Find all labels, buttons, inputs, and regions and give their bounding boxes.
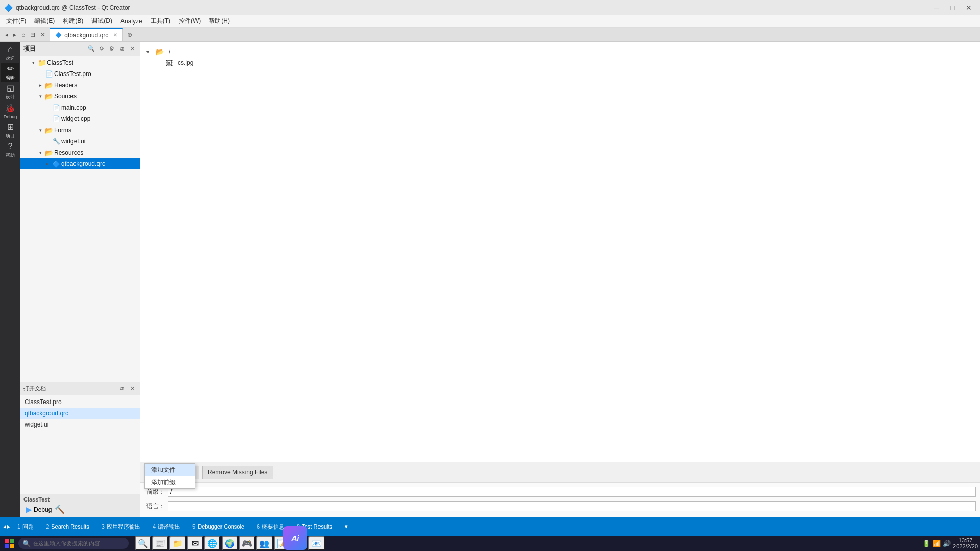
- taskbar-search-input[interactable]: [33, 540, 125, 546]
- tab-qtbackgroud[interactable]: 🔷 qtbackgroud.qrc ✕: [50, 28, 123, 41]
- add-tab-button[interactable]: ⊕: [125, 31, 134, 38]
- resource-toolbar: 添加文件 添加前缀 添加 ▾ 删除 Remove Missing Files: [140, 462, 980, 482]
- tab-close-x[interactable]: ✕: [113, 32, 117, 38]
- status-right-arrow[interactable]: ▸: [7, 523, 10, 530]
- panel-sync-button[interactable]: ⟳: [97, 44, 106, 54]
- menu-tools[interactable]: 工具(T): [146, 15, 175, 27]
- remove-missing-files-button[interactable]: Remove Missing Files: [202, 466, 273, 479]
- sidebar-help-button[interactable]: ? 帮助: [1, 141, 19, 159]
- tree-qtbackgroud-qrc[interactable]: 🔷 qtbackgroud.qrc: [20, 158, 140, 169]
- menu-analyze[interactable]: Analyze: [116, 15, 146, 27]
- add-dropdown-menu: 添加文件 添加前缀: [144, 463, 195, 489]
- project-panel: 项目 🔍 ⟳ ⚙ ⧉ ✕ 📁 ClassTest �: [20, 42, 140, 517]
- taskbar-app-edge[interactable]: 🌐: [204, 536, 220, 550]
- title-bar-left: 🔷 qtbackgroud.qrc @ ClassTest - Qt Creat…: [4, 4, 130, 12]
- tab-forward-button[interactable]: ▸: [11, 30, 18, 39]
- tree-resources[interactable]: 📂 Resources: [20, 147, 140, 158]
- debug-item[interactable]: ▶ Debug 🔨: [23, 504, 137, 515]
- panel-float-button[interactable]: ⧉: [117, 44, 127, 54]
- status-bar: ◂ ▸ 1 问题 2 Search Results 3 应用程序输出 4 编译输…: [0, 517, 980, 536]
- sidebar-project-button[interactable]: ⊞ 项目: [1, 121, 19, 140]
- tree-headers[interactable]: 📂 Headers: [20, 80, 140, 91]
- taskbar-app-collab[interactable]: 👥: [256, 536, 273, 550]
- taskbar-app-search[interactable]: 🔍: [135, 536, 151, 550]
- tree-widget-cpp[interactable]: 📄 widget.cpp: [20, 113, 140, 124]
- resource-editor: ▾ 📂 / 🖼 cs.jpg 添加文件 添加前缀: [140, 42, 980, 517]
- status-left-arrow[interactable]: ◂: [3, 523, 6, 530]
- open-docs-header: 打开文档 ⧉ ✕: [20, 382, 140, 395]
- resources-icon: 📂: [45, 148, 53, 157]
- debug-icon: 🐞: [5, 104, 15, 113]
- taskbar-right: 🔋 📶 🔊 13:57 2022/2/20: [922, 537, 978, 549]
- sidebar-debug-button[interactable]: 🐞 Debug: [1, 102, 19, 120]
- edit-icon: ✏: [7, 64, 14, 73]
- dropdown-add-file[interactable]: 添加文件: [145, 464, 195, 476]
- taskbar-wifi-icon: 📶: [933, 540, 941, 547]
- tab-label: qtbackgroud.qrc: [64, 32, 108, 39]
- start-button[interactable]: [2, 537, 16, 550]
- qrc-expand[interactable]: [44, 160, 51, 167]
- menu-build[interactable]: 构建(B): [59, 15, 87, 27]
- classtest-expand[interactable]: [30, 59, 37, 66]
- project-tree: 📁 ClassTest 📄 ClassTest.pro 📂 Headers: [20, 56, 140, 382]
- open-docs-close-button[interactable]: ✕: [128, 384, 137, 393]
- open-docs-title: 打开文档: [23, 385, 46, 392]
- taskbar-time[interactable]: 13:57 2022/2/20: [953, 537, 978, 549]
- tree-forms[interactable]: 📂 Forms: [20, 124, 140, 136]
- menu-file[interactable]: 文件(F): [2, 15, 30, 27]
- tree-classtest[interactable]: 📁 ClassTest: [20, 57, 140, 68]
- lang-row: 语言：: [144, 500, 976, 512]
- res-tree-prefix[interactable]: ▾ 📂 /: [144, 46, 976, 57]
- lang-input[interactable]: [168, 501, 976, 511]
- minimize-button[interactable]: ─: [929, 3, 943, 13]
- res-tree-csjpg[interactable]: 🖼 cs.jpg: [144, 57, 976, 68]
- tree-main-cpp[interactable]: 📄 main.cpp: [20, 102, 140, 113]
- sidebar-edit-button[interactable]: ✏ 编辑: [1, 63, 19, 82]
- dropdown-add-prefix[interactable]: 添加前缀: [145, 476, 195, 488]
- menu-controls[interactable]: 控件(W): [175, 15, 205, 27]
- maximize-button[interactable]: □: [945, 3, 960, 13]
- close-button[interactable]: ✕: [962, 3, 976, 13]
- menu-edit[interactable]: 编辑(E): [30, 15, 59, 27]
- status-tab-search[interactable]: 2 Search Results: [41, 519, 94, 534]
- tree-widget-ui[interactable]: 🔧 widget.ui: [20, 136, 140, 147]
- sidebar-design-button[interactable]: ◱ 设计: [1, 83, 19, 101]
- forms-expand[interactable]: [37, 127, 44, 134]
- menu-debug[interactable]: 调试(D): [87, 15, 116, 27]
- tab-split-button[interactable]: ⊟: [28, 30, 37, 39]
- taskbar-app-email[interactable]: ✉: [187, 536, 203, 550]
- resource-file-tree: ▾ 📂 / 🖼 cs.jpg: [140, 42, 980, 462]
- ai-icon[interactable]: Ai: [283, 526, 307, 550]
- taskbar-app-games[interactable]: 🎮: [239, 536, 255, 550]
- status-tab-app-output[interactable]: 3 应用程序输出: [96, 519, 145, 534]
- open-docs-float-button[interactable]: ⧉: [117, 384, 127, 393]
- open-doc-qtbackgroud-qrc[interactable]: qtbackgroud.qrc: [20, 408, 140, 419]
- resources-expand[interactable]: [37, 149, 44, 156]
- status-tab-debugger[interactable]: 5 Debugger Console: [187, 519, 250, 534]
- headers-expand[interactable]: [37, 82, 44, 89]
- tab-home-button[interactable]: ⌂: [19, 30, 27, 39]
- tree-classtest-pro[interactable]: 📄 ClassTest.pro: [20, 68, 140, 80]
- panel-filter-button[interactable]: 🔍: [87, 44, 96, 54]
- status-tab-compile[interactable]: 4 编译输出: [148, 519, 185, 534]
- svg-rect-0: [5, 539, 9, 543]
- tab-back-button[interactable]: ◂: [3, 30, 10, 39]
- open-doc-widget-ui[interactable]: widget.ui: [20, 419, 140, 430]
- panel-settings-button[interactable]: ⚙: [107, 44, 116, 54]
- taskbar-app-widgets[interactable]: 📰: [152, 536, 168, 550]
- prefix-input[interactable]: [168, 487, 976, 497]
- status-tab-more[interactable]: ▾: [339, 519, 353, 534]
- classtest-icon: 📁: [38, 59, 46, 67]
- windows-logo-icon: [5, 539, 14, 548]
- taskbar-app-chrome[interactable]: 🌍: [222, 536, 238, 550]
- sidebar-welcome-button[interactable]: ⌂ 欢迎: [1, 44, 19, 62]
- menu-help[interactable]: 帮助(H): [205, 15, 234, 27]
- open-doc-classtest-pro[interactable]: ClassTest.pro: [20, 396, 140, 408]
- status-tab-issues[interactable]: 1 问题: [12, 519, 39, 534]
- tab-close-button[interactable]: ✕: [38, 30, 47, 39]
- sources-expand[interactable]: [37, 93, 44, 100]
- panel-close-button[interactable]: ✕: [128, 44, 137, 54]
- taskbar-app-outlook[interactable]: 📧: [308, 536, 325, 550]
- taskbar-app-folder[interactable]: 📁: [169, 536, 186, 550]
- tree-sources[interactable]: 📂 Sources: [20, 91, 140, 102]
